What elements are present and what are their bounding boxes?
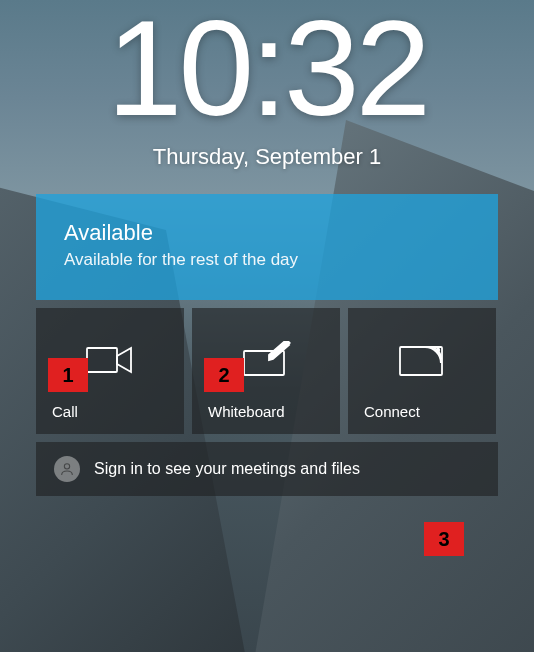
annotation-marker-2: 2 — [204, 358, 244, 392]
connect-tile[interactable]: Connect — [348, 308, 496, 434]
availability-title: Available — [64, 220, 470, 246]
user-avatar-icon — [54, 456, 80, 482]
annotation-marker-3: 3 — [424, 522, 464, 556]
svg-point-3 — [436, 347, 440, 351]
annotation-marker-1: 1 — [48, 358, 88, 392]
action-tile-row: Call Whiteboard — [36, 308, 498, 434]
tile-label: Connect — [364, 403, 480, 420]
tiles-panel: Available Available for the rest of the … — [36, 194, 498, 496]
svg-point-4 — [64, 464, 69, 469]
lock-screen-time: 10:32 — [107, 0, 427, 136]
svg-rect-0 — [87, 348, 117, 372]
sign-in-tile[interactable]: Sign in to see your meetings and files — [36, 442, 498, 496]
cast-icon — [364, 322, 480, 403]
availability-tile[interactable]: Available Available for the rest of the … — [36, 194, 498, 300]
tile-label: Call — [52, 403, 168, 420]
lock-screen-date: Thursday, September 1 — [153, 144, 381, 170]
sign-in-text: Sign in to see your meetings and files — [94, 460, 360, 478]
tile-label: Whiteboard — [208, 403, 324, 420]
availability-subtitle: Available for the rest of the day — [64, 250, 470, 270]
